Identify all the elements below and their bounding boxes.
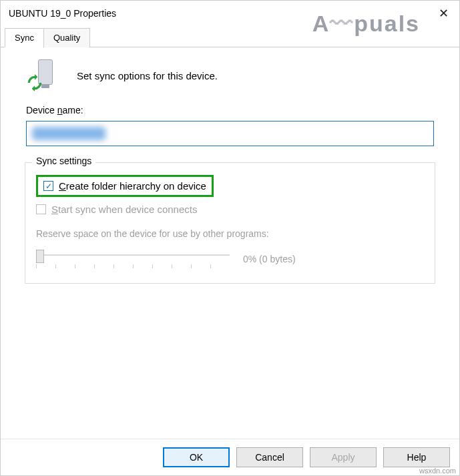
properties-window: UBUNTU 19_0 Properties ✕ A〰puals Sync Qu…: [0, 0, 460, 476]
tab-strip: Sync Quality: [1, 27, 459, 47]
reserve-space-slider[interactable]: [36, 250, 230, 268]
checkbox-start-sync[interactable]: Start sync when device connects: [36, 204, 424, 215]
device-name-label: Device name:: [26, 105, 442, 115]
tab-sync[interactable]: Sync: [5, 28, 44, 47]
sync-settings-group: Sync settings ✓ Create folder hierarchy …: [25, 162, 435, 284]
slider-thumb[interactable]: [36, 250, 44, 263]
reserve-space-label: Reserve space on the device for use by o…: [36, 228, 424, 239]
help-button[interactable]: Help: [383, 447, 450, 467]
sync-device-icon: [26, 59, 58, 91]
reserve-space-slider-row: 0% (0 bytes): [36, 250, 424, 268]
sync-settings-legend: Sync settings: [32, 156, 95, 166]
checkbox-create-folder-hierarchy[interactable]: ✓ Create folder hierarchy on device: [36, 175, 214, 197]
window-title: UBUNTU 19_0 Properties: [9, 8, 116, 19]
checkbox-icon: ✓: [43, 181, 53, 191]
svg-marker-0: [35, 74, 37, 80]
attribution-text: wsxdn.com: [419, 467, 456, 475]
titlebar: UBUNTU 19_0 Properties ✕: [1, 1, 459, 25]
intro-row: Set sync options for this device.: [18, 59, 442, 91]
checkbox-icon: [36, 204, 46, 214]
tab-content-sync: Set sync options for this device. Device…: [1, 47, 459, 439]
close-icon[interactable]: ✕: [436, 6, 451, 21]
device-name-value-redacted: [32, 127, 105, 140]
apply-button[interactable]: Apply: [310, 447, 377, 467]
cancel-button[interactable]: Cancel: [236, 447, 303, 467]
tab-quality[interactable]: Quality: [43, 28, 90, 47]
reserve-space-section: Reserve space on the device for use by o…: [36, 228, 424, 268]
ok-button[interactable]: OK: [163, 447, 230, 467]
svg-marker-1: [32, 85, 35, 91]
device-name-input[interactable]: [26, 121, 434, 146]
dialog-button-bar: OK Cancel Apply Help: [1, 439, 459, 475]
reserve-space-value: 0% (0 bytes): [243, 254, 296, 264]
intro-text: Set sync options for this device.: [77, 70, 218, 81]
